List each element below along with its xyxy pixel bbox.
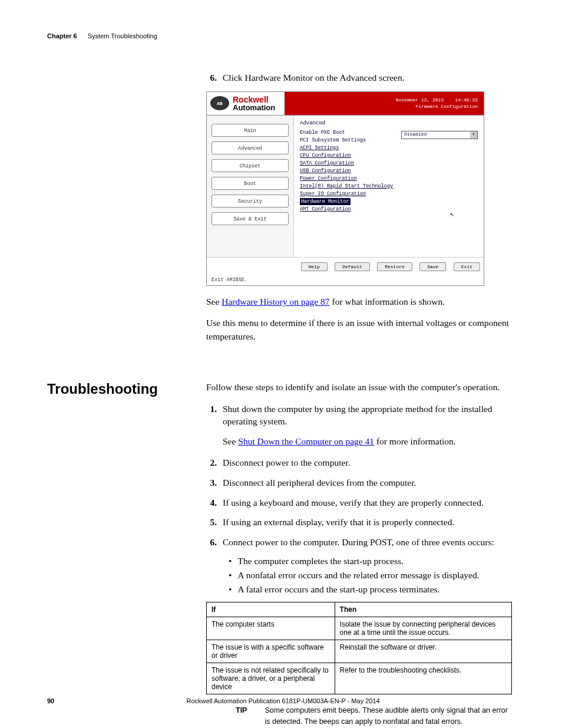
table-row: The issue is not related specifically to… [207,663,512,694]
bios-nav-security[interactable]: Security [211,195,289,207]
page-footer: 90 Rockwell Automation Publication 6181P… [47,697,512,704]
table-cell: The computer starts [207,617,335,640]
hardware-history-link[interactable]: Hardware History on page 87 [222,297,329,307]
table-row: The computer starts Isolate the issue by… [207,617,512,640]
page-header: Chapter 6 System Troubleshooting [47,32,512,39]
bios-pxe-value: Disabled [402,131,470,139]
step-number: 6. [206,536,217,549]
bios-date: November 12, 2013 [396,97,444,103]
bios-item[interactable]: CPU Configuration [300,153,478,159]
table-cell: The issue is not related specifically to… [207,663,335,694]
bios-pxe-select[interactable]: Disabled ▾ [401,131,478,139]
bios-nav-save-exit[interactable]: Save & Exit [211,212,289,225]
step-number: 2. [206,456,217,469]
step-text: Disconnect power to the computer. [223,456,512,469]
bios-save-button[interactable]: Save [419,262,446,271]
bios-item[interactable]: Power Configuration [300,176,478,182]
bios-nav: Main Advanced Chipset Boot Security Save… [207,116,294,257]
text: See [206,297,222,307]
chapter-title: System Troubleshooting [88,32,157,39]
bios-item[interactable]: Super IO Configuration [300,191,478,197]
bios-hw-monitor-highlight: Hardware Monitor [300,198,351,205]
step-text: Connect power to the computer. During PO… [223,536,512,549]
step-number: 4. [206,496,217,509]
table-row: The issue is with a specific software or… [207,640,512,663]
bullet-text: A fatal error occurs and the start-up pr… [237,584,439,595]
step-text: If using a keyboard and mouse, verify th… [223,496,512,509]
table-header-then: Then [335,602,511,617]
bios-status-bar: Exit AMIBSE. [207,275,484,285]
bios-item[interactable]: Intel(R) Rapid Start Technology [300,183,478,189]
table-cell: Isolate the issue by connecting peripher… [335,617,511,640]
text: for what information is shown. [330,297,445,307]
bullet-text: A nonfatal error occurs and the related … [237,570,479,581]
bios-item[interactable]: SATA Configuration [300,160,478,166]
page-number: 90 [47,697,54,704]
step-number: 3. [206,476,217,489]
if-then-table: If Then The computer starts Isolate the … [206,602,512,694]
bios-main-panel: Advanced Enable PXE Boot Disabled ▾ PCI … [294,116,484,257]
bios-panel-title: Advanced [300,120,478,126]
cursor-icon: ↖ [450,210,454,219]
text: See [223,436,238,446]
bios-header-right: November 12, 2013 14:40:33 Firmware Conf… [396,97,484,110]
event-bullets: •The computer completes the start-up pro… [229,556,512,595]
bios-nav-chipset[interactable]: Chipset [211,159,289,172]
bios-exit-button[interactable]: Exit [454,262,480,271]
step-number: 5. [206,516,217,529]
bios-item-hardware-monitor[interactable]: Hardware Monitor [300,199,478,205]
tip-block: TIP Some computers emit beeps. These aud… [236,705,512,727]
troubleshooting-heading: Troubleshooting [47,381,191,397]
text: for more information. [374,436,456,446]
troubleshoot-intro: Follow these steps to identify and isola… [206,381,512,394]
bios-restore-button[interactable]: Restore [377,262,412,271]
bullet-icon: • [229,584,232,595]
tip-label: TIP [236,705,247,727]
bios-item[interactable]: USB Configuration [300,168,478,174]
tip-text: Some computers emit beeps. These audible… [265,705,512,727]
bullet-icon: • [229,570,232,581]
bios-item[interactable]: ACPI Settings [300,145,478,151]
table-cell: The issue is with a specific software or… [207,640,335,663]
bios-nav-boot[interactable]: Boot [211,177,289,190]
bios-nav-advanced[interactable]: Advanced [211,141,289,154]
use-paragraph: Use this menu to determine if there is a… [206,317,512,343]
brand-text: Rockwell Automation [233,95,275,111]
see-paragraph: See Hardware History on page 87 for what… [206,295,512,308]
dropdown-arrow-icon: ▾ [470,131,477,139]
step-text: Disconnect all peripheral devices from t… [223,476,512,489]
table-cell: Reinstall the software or driver. [335,640,511,663]
bios-fw-label: Firmware Configuration [415,104,478,109]
bios-help-button[interactable]: Help [301,262,328,271]
step-number: 6. [206,71,217,84]
bios-button-bar: Help Default Restore Save Exit [207,257,484,275]
brand-line2: Automation [233,104,275,111]
bios-screenshot: AB Rockwell Automation November 12, 2013… [206,91,484,286]
step-number: 1. [206,403,217,428]
bios-nav-main[interactable]: Main [211,124,289,137]
table-cell: Refer to the troubleshooting checklists. [335,663,511,694]
step-text: Shut down the computer by using the appr… [223,403,512,428]
ab-logo-icon: AB [210,96,229,110]
bios-default-button[interactable]: Default [335,262,370,271]
step1-see: See Shut Down the Computer on page 41 fo… [223,435,512,448]
shutdown-link[interactable]: Shut Down the Computer on page 41 [238,436,374,446]
bullet-icon: • [229,556,232,566]
step-text: Click Hardware Monitor on the Advanced s… [223,71,512,84]
bios-time: 14:40:33 [455,97,478,103]
chapter-label: Chapter 6 [47,32,77,39]
bullet-text: The computer completes the start-up proc… [237,556,404,566]
publication-info: Rockwell Automation Publication 6181P-UM… [54,697,512,704]
table-header-if: If [207,602,335,617]
step-text: If using an external display, verify tha… [223,516,512,529]
